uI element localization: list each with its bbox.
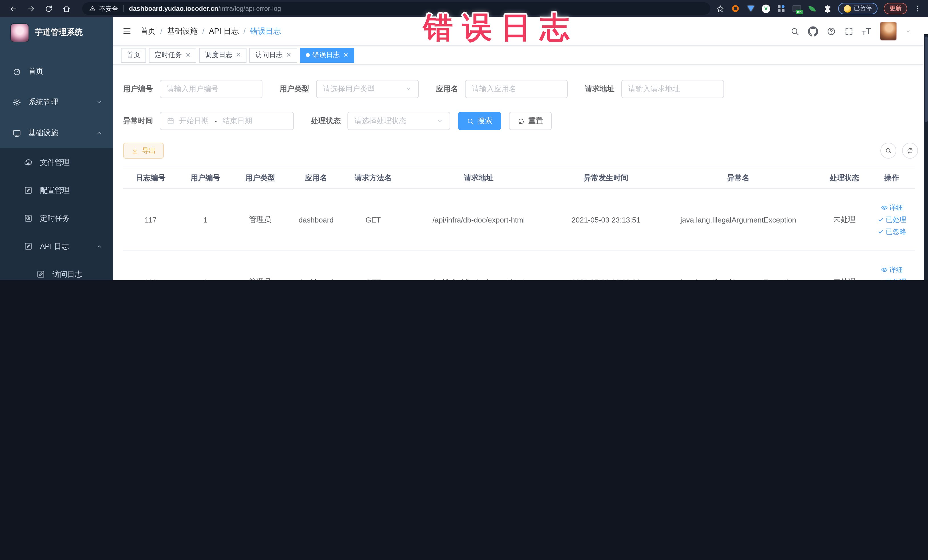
check-icon xyxy=(877,216,884,223)
tab-1[interactable]: 定时任务 ✕ xyxy=(149,48,196,63)
cell-status: 未处理 xyxy=(820,215,868,225)
refresh-button[interactable] xyxy=(902,143,918,159)
github-icon[interactable] xyxy=(808,26,818,36)
tab-0[interactable]: 首页 xyxy=(121,48,146,63)
sidebar-item-api-log[interactable]: API 日志 xyxy=(0,232,113,260)
column-header: 处理状态 xyxy=(820,172,868,183)
sidebar-item-access-log[interactable]: 访问日志 xyxy=(0,260,113,280)
eye-icon xyxy=(881,267,887,273)
sidebar-item-infra[interactable]: 基础设施 xyxy=(0,117,113,148)
sidebar-item-label: 定时任务 xyxy=(40,213,70,223)
app-logo xyxy=(10,23,29,42)
tab-label: 调度日志 xyxy=(205,50,232,60)
chevron-up-icon xyxy=(96,130,103,136)
reset-button[interactable]: 重置 xyxy=(509,112,552,130)
url-path: /infra/log/api-error-log xyxy=(218,5,281,12)
error-log-table: 日志编号用户编号用户类型应用名请求方法名请求地址异常发生时间异常名处理状态操作 … xyxy=(123,166,915,280)
app-name-input[interactable]: 请输入应用名 xyxy=(465,80,568,98)
extension-grid-icon[interactable] xyxy=(777,4,786,13)
cell-user-id: 1 xyxy=(178,278,233,280)
breadcrumb-home[interactable]: 首页 xyxy=(140,26,156,36)
action-已处理[interactable]: 已处理 xyxy=(877,215,906,224)
filter-row-1: 用户编号 请输入用户编号 用户类型 请选择用户类型 应用名 请输入应用名 请求地… xyxy=(123,80,918,98)
column-header: 日志编号 xyxy=(123,172,178,183)
update-button[interactable]: 更新 xyxy=(884,3,907,14)
close-icon[interactable]: ✕ xyxy=(286,52,291,58)
toggle-search-button[interactable] xyxy=(881,143,896,159)
cell-user-type: 管理员 xyxy=(233,277,288,280)
table-row: 1171管理员dashboardGET/api/infra/db-doc/exp… xyxy=(123,189,915,251)
filter-label: 请求地址 xyxy=(585,84,615,94)
action-已处理[interactable]: 已处理 xyxy=(877,277,906,280)
scrollbar[interactable] xyxy=(924,34,928,280)
extensions-puzzle-icon[interactable] xyxy=(823,4,832,13)
close-icon[interactable]: ✕ xyxy=(343,52,348,58)
refresh-icon xyxy=(907,147,913,154)
back-icon[interactable] xyxy=(9,4,18,13)
cell-time: 2021-05-03 23:13:51 xyxy=(556,215,656,224)
search-icon[interactable] xyxy=(790,26,799,36)
column-header: 用户编号 xyxy=(178,172,233,183)
screenshot-stage: 不安全 dashboard.yudao.iocoder.cn /infra/lo… xyxy=(0,0,928,280)
forward-icon[interactable] xyxy=(27,4,35,13)
user-id-input[interactable]: 请输入用户编号 xyxy=(160,80,263,98)
column-header: 异常名 xyxy=(656,172,820,183)
breadcrumb-current: 错误日志 xyxy=(250,26,281,36)
app-logo-row[interactable]: 芋道管理系统 xyxy=(0,17,113,48)
close-icon[interactable]: ✕ xyxy=(236,52,241,58)
search-button[interactable]: 搜索 xyxy=(458,112,501,130)
request-url-input[interactable]: 请输入请求地址 xyxy=(621,80,724,98)
tab-3[interactable]: 访问日志 ✕ xyxy=(250,48,297,63)
extension-orange-icon[interactable] xyxy=(731,4,740,13)
clock-square-icon xyxy=(24,214,32,223)
reload-icon[interactable] xyxy=(44,4,53,13)
url-bar[interactable]: 不安全 dashboard.yudao.iocoder.cn /infra/lo… xyxy=(82,2,710,15)
sidebar-item-file[interactable]: 文件管理 xyxy=(0,148,113,176)
sidebar-item-label: 首页 xyxy=(29,66,43,76)
process-status-select[interactable]: 请选择处理状态 xyxy=(348,112,450,130)
scrollbar-thumb[interactable] xyxy=(925,37,927,122)
breadcrumb-infra[interactable]: 基础设施 xyxy=(167,26,198,36)
main-panel: 首页 / 基础设施 / API 日志 / 错误日志 TT xyxy=(113,17,928,280)
action-详细[interactable]: 详细 xyxy=(881,265,903,275)
filter-label: 用户类型 xyxy=(279,84,309,94)
chevron-down-icon[interactable] xyxy=(905,28,911,34)
browser-menu-icon[interactable] xyxy=(913,5,922,12)
filter-request-url: 请求地址 请输入请求地址 xyxy=(585,80,724,98)
sidebar-item-config[interactable]: 配置管理 xyxy=(0,176,113,204)
filter-label: 处理状态 xyxy=(311,116,340,126)
home-icon[interactable] xyxy=(62,4,71,13)
user-type-select[interactable]: 请选择用户类型 xyxy=(316,80,419,98)
filter-label: 应用名 xyxy=(436,84,458,94)
tab-2[interactable]: 调度日志 ✕ xyxy=(199,48,246,63)
extension-on-icon[interactable]: on xyxy=(792,4,801,13)
close-icon[interactable]: ✕ xyxy=(185,52,191,58)
bookmark-star-icon[interactable] xyxy=(716,4,724,13)
extension-leaf-icon[interactable] xyxy=(807,4,817,13)
cell-exception: java.lang.IllegalArgumentException xyxy=(656,215,820,224)
sidebar-item-job[interactable]: 定时任务 xyxy=(0,204,113,232)
action-已忽略[interactable]: 已忽略 xyxy=(877,227,906,237)
cell-exception: java.lang.IllegalArgumentException xyxy=(656,278,820,280)
date-range-input[interactable]: 开始日期 - 结束日期 xyxy=(160,112,294,130)
font-size-icon[interactable]: TT xyxy=(862,26,871,36)
cell-actions: 详细已处理已忽略 xyxy=(868,203,915,237)
hamburger-icon[interactable] xyxy=(122,27,132,35)
action-详细[interactable]: 详细 xyxy=(881,203,903,212)
extension-blue-icon[interactable] xyxy=(746,4,755,13)
cell-app: dashboard xyxy=(288,215,345,224)
paused-badge[interactable]: 已暂停 xyxy=(838,3,878,14)
help-icon[interactable] xyxy=(827,26,836,36)
cell-id: 116 xyxy=(123,278,178,280)
breadcrumb-api-log[interactable]: API 日志 xyxy=(209,26,239,36)
sidebar-item-home[interactable]: 首页 xyxy=(0,56,113,87)
fullscreen-icon[interactable] xyxy=(844,26,853,36)
tab-4[interactable]: 错误日志 ✕ xyxy=(300,48,354,63)
sidebar-item-label: API 日志 xyxy=(40,241,69,251)
export-button[interactable]: 导出 xyxy=(123,143,164,159)
avatar[interactable] xyxy=(880,22,897,41)
extension-v-icon[interactable]: V xyxy=(762,4,771,13)
cell-app: dashboard xyxy=(288,278,345,280)
sidebar-item-system[interactable]: 系统管理 xyxy=(0,87,113,117)
url-host: dashboard.yudao.iocoder.cn xyxy=(129,5,218,12)
